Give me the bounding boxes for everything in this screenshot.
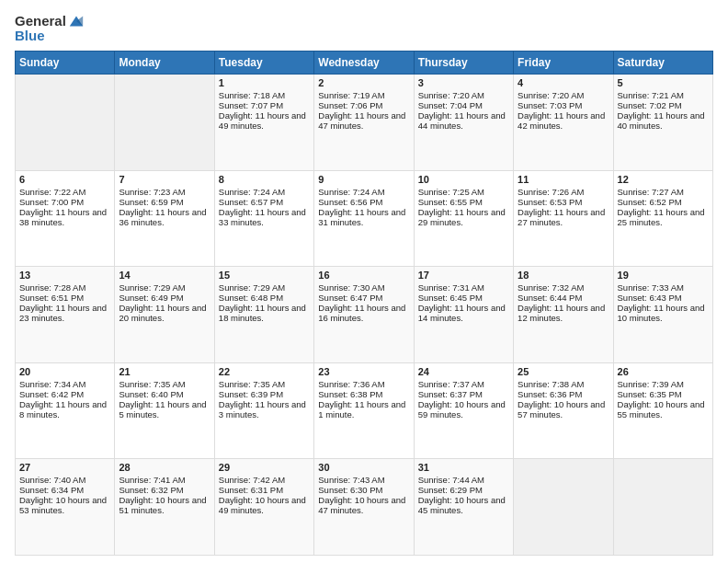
day-info: Daylight: 11 hours and 3 minutes. — [219, 399, 310, 419]
calendar-cell: 3Sunrise: 7:20 AMSunset: 7:04 PMDaylight… — [414, 75, 513, 171]
day-number: 6 — [19, 174, 110, 185]
calendar-cell: 19Sunrise: 7:33 AMSunset: 6:43 PMDayligh… — [613, 267, 712, 363]
day-number: 25 — [518, 366, 609, 377]
calendar-cell — [514, 459, 613, 556]
day-info: Daylight: 11 hours and 10 minutes. — [618, 303, 709, 323]
day-info: Daylight: 10 hours and 45 minutes. — [418, 495, 509, 515]
calendar-day-header: Monday — [115, 52, 214, 75]
calendar-week-row: 27Sunrise: 7:40 AMSunset: 6:34 PMDayligh… — [16, 459, 713, 556]
calendar-cell: 29Sunrise: 7:42 AMSunset: 6:31 PMDayligh… — [214, 459, 313, 556]
calendar-cell — [115, 75, 214, 171]
calendar-cell: 13Sunrise: 7:28 AMSunset: 6:51 PMDayligh… — [16, 267, 115, 363]
day-info: Daylight: 10 hours and 57 minutes. — [518, 399, 609, 419]
calendar-cell: 10Sunrise: 7:25 AMSunset: 6:55 PMDayligh… — [414, 170, 513, 267]
day-info: Daylight: 11 hours and 23 minutes. — [19, 303, 110, 323]
day-info: Sunrise: 7:22 AM — [19, 187, 110, 197]
day-info: Sunrise: 7:24 AM — [318, 187, 409, 197]
day-info: Daylight: 11 hours and 20 minutes. — [119, 303, 210, 323]
day-info: Sunrise: 7:42 AM — [219, 475, 310, 485]
day-number: 8 — [219, 174, 310, 185]
day-number: 29 — [219, 462, 310, 473]
day-info: Sunrise: 7:20 AM — [418, 90, 509, 100]
day-info: Sunset: 6:43 PM — [618, 293, 709, 303]
day-number: 18 — [518, 270, 609, 281]
day-info: Sunrise: 7:44 AM — [418, 475, 509, 485]
day-info: Daylight: 10 hours and 51 minutes. — [119, 495, 210, 515]
day-info: Sunrise: 7:24 AM — [219, 187, 310, 197]
day-info: Sunset: 7:03 PM — [518, 100, 609, 110]
day-info: Sunrise: 7:35 AM — [119, 379, 210, 389]
day-info: Sunset: 7:06 PM — [318, 100, 409, 110]
calendar-cell: 12Sunrise: 7:27 AMSunset: 6:52 PMDayligh… — [613, 170, 712, 267]
day-info: Sunset: 6:45 PM — [418, 293, 509, 303]
day-info: Daylight: 11 hours and 1 minute. — [318, 399, 409, 419]
calendar-day-header: Thursday — [414, 52, 513, 75]
calendar-cell: 23Sunrise: 7:36 AMSunset: 6:38 PMDayligh… — [314, 362, 414, 459]
day-info: Sunrise: 7:34 AM — [19, 379, 110, 389]
day-info: Sunrise: 7:26 AM — [518, 187, 609, 197]
day-info: Sunset: 6:57 PM — [219, 197, 310, 207]
day-info: Sunrise: 7:33 AM — [618, 282, 709, 293]
day-info: Daylight: 11 hours and 31 minutes. — [318, 207, 409, 227]
day-info: Sunrise: 7:39 AM — [618, 379, 709, 389]
day-info: Sunrise: 7:38 AM — [518, 379, 609, 389]
logo-general: General — [15, 13, 66, 29]
day-info: Sunset: 7:04 PM — [418, 100, 509, 110]
day-info: Daylight: 11 hours and 16 minutes. — [318, 303, 409, 323]
calendar-cell: 28Sunrise: 7:41 AMSunset: 6:32 PMDayligh… — [115, 459, 214, 556]
day-number: 11 — [518, 174, 609, 185]
day-info: Daylight: 11 hours and 33 minutes. — [219, 207, 310, 227]
calendar-cell: 18Sunrise: 7:32 AMSunset: 6:44 PMDayligh… — [514, 267, 613, 363]
calendar-cell: 14Sunrise: 7:29 AMSunset: 6:49 PMDayligh… — [115, 267, 214, 363]
day-info: Sunset: 6:32 PM — [119, 485, 210, 495]
day-info: Sunset: 6:51 PM — [19, 293, 110, 303]
day-info: Daylight: 11 hours and 38 minutes. — [19, 207, 110, 227]
calendar-cell: 7Sunrise: 7:23 AMSunset: 6:59 PMDaylight… — [115, 170, 214, 267]
calendar-cell — [613, 459, 712, 556]
day-info: Sunset: 7:00 PM — [19, 197, 110, 207]
day-info: Sunrise: 7:41 AM — [119, 475, 210, 485]
calendar-week-row: 1Sunrise: 7:18 AMSunset: 7:07 PMDaylight… — [16, 75, 713, 171]
day-info: Sunset: 6:36 PM — [518, 389, 609, 399]
calendar-cell — [16, 75, 115, 171]
day-info: Sunset: 6:37 PM — [418, 389, 509, 399]
day-info: Sunset: 6:55 PM — [418, 197, 509, 207]
day-number: 3 — [418, 77, 509, 88]
day-number: 2 — [318, 77, 409, 88]
day-info: Daylight: 10 hours and 53 minutes. — [19, 495, 110, 515]
day-info: Sunrise: 7:31 AM — [418, 282, 509, 293]
day-info: Sunrise: 7:21 AM — [618, 90, 709, 100]
calendar-cell: 20Sunrise: 7:34 AMSunset: 6:42 PMDayligh… — [16, 362, 115, 459]
day-info: Daylight: 11 hours and 44 minutes. — [418, 110, 509, 131]
calendar-cell: 30Sunrise: 7:43 AMSunset: 6:30 PMDayligh… — [314, 459, 414, 556]
calendar-cell: 24Sunrise: 7:37 AMSunset: 6:37 PMDayligh… — [414, 362, 513, 459]
day-info: Daylight: 11 hours and 27 minutes. — [518, 207, 609, 227]
day-info: Daylight: 11 hours and 5 minutes. — [119, 399, 210, 419]
calendar-cell: 5Sunrise: 7:21 AMSunset: 7:02 PMDaylight… — [613, 75, 712, 171]
day-number: 7 — [119, 174, 210, 185]
logo: General Blue — [15, 11, 85, 43]
day-number: 9 — [318, 174, 409, 185]
day-info: Sunset: 6:34 PM — [19, 485, 110, 495]
day-info: Sunset: 6:29 PM — [418, 485, 509, 495]
calendar-day-header: Tuesday — [214, 52, 313, 75]
day-info: Sunrise: 7:40 AM — [19, 475, 110, 485]
calendar-cell: 21Sunrise: 7:35 AMSunset: 6:40 PMDayligh… — [115, 362, 214, 459]
calendar-day-header: Wednesday — [314, 52, 414, 75]
calendar-cell: 4Sunrise: 7:20 AMSunset: 7:03 PMDaylight… — [514, 75, 613, 171]
day-number: 23 — [318, 366, 409, 377]
day-info: Sunset: 6:48 PM — [219, 293, 310, 303]
day-info: Daylight: 11 hours and 29 minutes. — [418, 207, 509, 227]
day-info: Sunset: 6:40 PM — [119, 389, 210, 399]
day-number: 13 — [19, 270, 110, 281]
day-info: Sunset: 6:30 PM — [318, 485, 409, 495]
day-number: 28 — [119, 462, 210, 473]
day-info: Sunset: 6:38 PM — [318, 389, 409, 399]
day-number: 26 — [618, 366, 709, 377]
day-info: Sunrise: 7:36 AM — [318, 379, 409, 389]
calendar-cell: 11Sunrise: 7:26 AMSunset: 6:53 PMDayligh… — [514, 170, 613, 267]
day-number: 21 — [119, 366, 210, 377]
day-info: Sunrise: 7:35 AM — [219, 379, 310, 389]
day-number: 16 — [318, 270, 409, 281]
day-info: Sunrise: 7:43 AM — [318, 475, 409, 485]
